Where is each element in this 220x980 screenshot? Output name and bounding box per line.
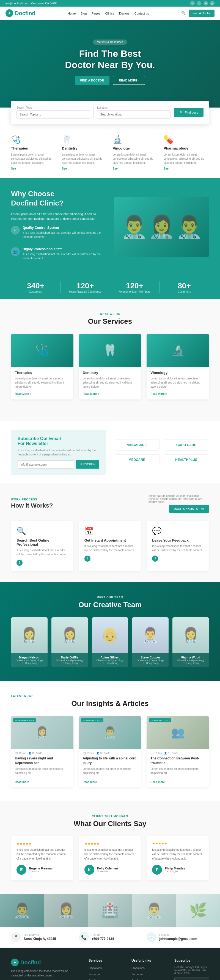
megan-role: Obstetrics & Gynecology <box>14 659 45 662</box>
step1-icon: 🔍 <box>16 527 68 536</box>
nav-cta-button[interactable]: Find A Doctor <box>189 10 215 17</box>
team-member-fianna: 👩‍⚕️ Fianna Wood Obstetrics & Gynecology… <box>172 617 209 667</box>
newsletter-subscribe-button[interactable]: SUBSCRIBE <box>75 460 99 469</box>
megan-location: 📍 Hong Kong <box>14 662 45 665</box>
vincology-link[interactable]: See <box>113 167 158 170</box>
therapies-link[interactable]: See <box>11 167 56 170</box>
testimonial2-avatar: K <box>84 865 94 875</box>
doctor-group-icon: 👨‍⚕️👩‍⚕️👨‍⚕️ <box>120 214 203 240</box>
nav-home[interactable]: Home <box>67 12 75 15</box>
footer-logo: + Docfind <box>11 959 80 966</box>
footer-useful-link-1[interactable]: Physicians <box>132 967 145 970</box>
fianna-info: Fianna Wood Obstetrics & Gynecology 📍 Ho… <box>172 653 209 667</box>
steve-photo: 👨‍⚕️ <box>132 617 169 653</box>
service-therapies-title: Therapies <box>15 371 69 375</box>
pharmacology-desc: Lorem ipsum dolor sit amet consectetur a… <box>164 153 209 165</box>
newsletter-input[interactable] <box>18 460 74 469</box>
logo-text: Docfind <box>15 10 35 16</box>
nav-clinics[interactable]: Clinics <box>105 12 114 15</box>
category-pharmacology: 💊 Pharmacology Lorem ipsum dolor sit ame… <box>164 135 209 170</box>
footer-phone-content: Call Us +504-777-2134 <box>92 934 114 941</box>
newsletter-box: Subscribe Our EmailFor Newsletter It is … <box>11 430 106 475</box>
dentistry-link[interactable]: See <box>62 167 107 170</box>
facebook-icon[interactable]: f <box>190 1 195 5</box>
why-title: Why ChooseDocfind Clinic? <box>11 189 106 208</box>
article-1: 28 JANUARY, 2021 👩‍⚕️ 🕐 10 Jan 👤 Dr. Smi… <box>11 716 74 788</box>
team-section: Meet Our Team Our Creative Team 👩‍⚕️ Meg… <box>0 582 220 681</box>
search-icon[interactable]: 🔍 <box>181 11 186 15</box>
nav-doctors[interactable]: Doctors <box>119 12 130 15</box>
service-dentistry-link[interactable]: Read More » <box>83 392 99 395</box>
search-location-input[interactable] <box>97 110 171 119</box>
read-more-button[interactable]: READ MORE › <box>113 76 145 85</box>
logo[interactable]: + Docfind <box>5 10 35 17</box>
article1-author: 👤 Dr. Smith <box>28 752 42 754</box>
category-dentistry: 🦷 Dentistry Lorem ipsum dolor sit amet c… <box>62 135 107 170</box>
pharmacology-link[interactable]: See <box>164 167 209 170</box>
find-docs-button[interactable]: 🔍 Find docs <box>174 108 204 117</box>
article-2: 28 JANUARY, 2021 👨‍⚕️ 🕐 10 Jan 👤 Dr. Smi… <box>79 716 141 788</box>
darty-photo: 👩‍⚕️ <box>51 617 88 653</box>
nav-contact[interactable]: Contact us <box>135 12 149 15</box>
dentistry-title: Dentistry <box>62 146 107 150</box>
team-grid: 👩‍⚕️ Megan Nelson Obstetrics & Gynecolog… <box>11 617 209 667</box>
google-icon[interactable]: g+ <box>210 1 215 5</box>
nav-links: Home Blog Pages Clinics Doctors Contact … <box>67 11 149 15</box>
article3-meta: 🕐 10 Jan 👤 Dr. Smith <box>146 749 209 756</box>
article3-title: The Connection Between Post-traumatic <box>151 756 205 765</box>
footer-useful-link-2[interactable]: Surgeons <box>132 973 143 976</box>
testimonial3-avatar: P <box>152 865 162 875</box>
staff-content: Highly Professional Staff It is a long e… <box>22 247 106 265</box>
article1-title: Having severe night and Depression can <box>15 756 69 765</box>
twitter-icon[interactable]: t <box>197 1 201 5</box>
dentistry-icon: 🦷 <box>62 135 107 144</box>
service-vincology-content: Vincology Lorem ipsum dolor sit amet con… <box>146 367 209 399</box>
article2-readmore[interactable]: Read more <box>79 779 141 788</box>
service-vincology-link[interactable]: Read More » <box>151 392 167 395</box>
therapies-desc: Lorem ipsum dolor sit amet consectetur a… <box>11 153 56 165</box>
linkedin-icon[interactable]: in <box>204 1 208 5</box>
team-member-megan: 👩‍⚕️ Megan Nelson Obstetrics & Gynecolog… <box>11 617 48 667</box>
footer-phone-label: Call Us <box>92 934 114 937</box>
stat-customers2-number: 80+ <box>159 282 209 290</box>
gallery-person-5-icon: 🌿 <box>189 902 207 919</box>
how-header: Work Process How it Works? Simec callium… <box>11 495 209 513</box>
step3-title: Leave Your Feedback <box>152 538 204 542</box>
footer: + Docfind It is a long established fact … <box>0 948 220 980</box>
appointment-button[interactable]: MAKE APPOINTMENT <box>169 505 209 513</box>
stat-customers-number: 340+ <box>11 282 60 290</box>
vincacare-label: VINCACARE <box>127 443 146 447</box>
footer-subscribe-input[interactable] <box>174 978 209 980</box>
nav-blog[interactable]: Blog <box>80 12 87 15</box>
fianna-location-text: Hong Kong <box>186 662 199 665</box>
articles-grid: 28 JANUARY, 2021 👩‍⚕️ 🕐 10 Jan 👤 Dr. Smi… <box>11 716 209 788</box>
footer-address-label: Our Address <box>24 934 56 937</box>
footer-service-link-2[interactable]: Surgeons <box>88 973 100 976</box>
services-title: Our Services <box>11 317 209 326</box>
find-doctor-button[interactable]: FIND A DOCTOR <box>75 76 109 85</box>
step3-desc: It is a long established fact that a rea… <box>152 544 204 552</box>
services-grid: 🩺 Therapies Lorem ipsum dolor sit amet c… <box>11 334 209 399</box>
fianna-location: 📍 Hong Kong <box>175 662 206 665</box>
search-topic-label: Search Topic <box>16 106 90 109</box>
search-location-label: Location <box>97 106 171 109</box>
article1-img: 28 JANUARY, 2021 👩‍⚕️ <box>11 716 74 749</box>
testimonial2-author: K Kelly Coleman Nurse Med <box>84 865 136 875</box>
article3-img: 28 JANUARY, 2021 👥 <box>146 716 209 749</box>
step1-number: 1 <box>16 560 22 566</box>
gallery-person-2-icon: 👩‍⚕️ <box>57 902 75 919</box>
team-member-steve: 👨‍⚕️ Steve Cooper Obstetrics & Gynecolog… <box>132 617 169 667</box>
service-therapies-link[interactable]: Read More » <box>15 392 31 395</box>
service-therapies-img: 🩺 <box>11 334 74 367</box>
hero-section: Markets & Resources Find The BestDoctor … <box>0 20 220 108</box>
hero-title: Find The BestDoctor Near By You. <box>65 48 155 70</box>
article3-readmore[interactable]: Read more <box>146 779 209 788</box>
nav-pages[interactable]: Pages <box>92 12 100 15</box>
nav-icons: 🔍 Find A Doctor <box>181 10 215 17</box>
search-topic-input[interactable] <box>16 110 90 119</box>
footer-email-label: For Mail <box>159 934 197 937</box>
newsletter-form: SUBSCRIBE <box>18 460 99 469</box>
footer-service-link-1[interactable]: Physicians <box>88 967 102 970</box>
step3-icon: 💬 <box>152 527 204 536</box>
article1-readmore[interactable]: Read more <box>11 779 74 788</box>
